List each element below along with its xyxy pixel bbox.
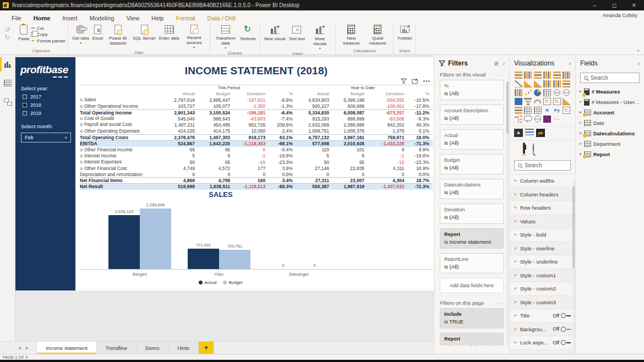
income-statement-matrix[interactable]: INCOME STATEMENT (2018) ••• This PeriodY… — [80, 61, 433, 188]
filter-card-budget[interactable]: Budgetis (All) — [440, 154, 504, 174]
bar-actual[interactable] — [188, 249, 219, 269]
chevron-down-icon[interactable]: ˅ — [579, 100, 582, 105]
filter-card-actual[interactable]: Actualis (All) — [440, 129, 504, 150]
slicer-icon[interactable] — [515, 107, 522, 114]
new-page-button[interactable]: + — [199, 342, 214, 354]
filter-card-include[interactable]: Includeis TRUE — [440, 308, 504, 328]
matrix-table[interactable]: This PeriodYear to DateActualBudgetDevia… — [80, 85, 433, 190]
page-tab-income-statement[interactable]: Income statement — [36, 342, 97, 354]
chevron-down-icon[interactable]: ˅ — [579, 89, 582, 94]
chevron-down-icon[interactable]: ˅ — [579, 152, 582, 157]
toggle-lock-aspe[interactable]: Off — [553, 340, 571, 345]
signed-in-user[interactable]: Amanda Cofsky — [602, 13, 637, 18]
field-item-department[interactable]: ˅Department — [576, 139, 644, 149]
filled-map-icon[interactable] — [563, 89, 570, 96]
filter-card-datecalculations[interactable]: Datecalculationsis (All) — [440, 179, 504, 199]
checkbox-unchecked-icon[interactable] — [23, 95, 27, 99]
clustered-bar-chart-icon[interactable] — [534, 72, 542, 79]
format-section-column-widths[interactable]: ˅Column widths — [510, 174, 575, 188]
viz-format-tab[interactable] — [523, 144, 525, 156]
stacked-area-chart-icon[interactable] — [534, 80, 542, 87]
scrollbar-thumb[interactable] — [572, 186, 575, 268]
excel-button[interactable]: Excel — [91, 24, 105, 41]
legend-item-budget[interactable]: Budget — [223, 280, 242, 285]
expand-icon[interactable]: ⊞ — [80, 117, 83, 120]
line-chart-icon[interactable] — [515, 80, 522, 87]
cut-button[interactable]: Cut — [31, 25, 66, 31]
filter-card-deviation[interactable]: Deviationis (All) — [440, 204, 504, 224]
sql-server-button[interactable]: SQL Server — [131, 24, 157, 41]
funnel-chart-icon[interactable] — [524, 98, 532, 105]
legend-item-actual[interactable]: Actual — [199, 280, 216, 285]
scatter-chart-icon[interactable] — [524, 89, 532, 96]
field-item-measures[interactable]: ˅# Measures — [576, 86, 644, 97]
bar-budget[interactable] — [140, 209, 171, 269]
card-icon[interactable] — [543, 98, 551, 105]
map-icon[interactable] — [554, 89, 560, 96]
format-section-style-custom2[interactable]: ˅Style - custom2 — [510, 282, 575, 296]
custom-visual-a-icon[interactable]: A — [514, 129, 523, 137]
get-data-button[interactable]: Get data ▾ — [70, 24, 91, 45]
prev-page-arrow-icon[interactable]: ◀ — [18, 345, 21, 350]
key-influencers-icon[interactable] — [563, 107, 570, 114]
filters-scrollbar[interactable] — [506, 81, 509, 345]
collapse-pane-icon[interactable]: › — [503, 61, 505, 67]
format-section-style-custom3[interactable]: ˅Style - custom3 — [510, 296, 575, 310]
copy-button[interactable]: Copy — [31, 32, 66, 37]
refresh-button[interactable]: Refresh — [239, 24, 258, 42]
collapse-pane-icon[interactable]: › — [569, 61, 571, 67]
format-section-general[interactable]: ˅General — [510, 350, 575, 354]
toggle-title[interactable]: Off — [553, 313, 571, 319]
expand-icon[interactable]: ⊞ — [80, 105, 83, 108]
100-stacked-bar-chart-icon[interactable] — [553, 72, 561, 79]
filter-card-report[interactable]: Reportis Income statement — [440, 228, 504, 249]
model-view-button[interactable] — [0, 92, 15, 111]
format-section-style-custom1[interactable]: ˅Style - custom1 — [510, 269, 575, 283]
bar-budget[interactable] — [219, 250, 250, 269]
kpi-icon[interactable] — [563, 98, 570, 105]
checkbox-unchecked-icon[interactable] — [23, 111, 27, 116]
format-section-values[interactable]: ˅Values — [510, 215, 575, 229]
power-apps-icon[interactable] — [543, 116, 551, 123]
format-section-backgrou[interactable]: ˅Backgrou...Off — [510, 323, 575, 337]
collapse-ribbon-icon[interactable]: ˄ — [637, 48, 640, 53]
more-visuals-icon[interactable]: ··· — [553, 116, 561, 123]
format-section-lock-aspe[interactable]: ˅Lock aspe...Off — [510, 336, 575, 350]
shape-map-icon[interactable] — [515, 98, 522, 105]
toggle-backgrou[interactable]: Off — [553, 326, 571, 332]
enter-data-button[interactable]: Enter data — [157, 24, 181, 41]
expand-icon[interactable]: ⊞ — [80, 167, 83, 171]
area-chart-icon[interactable] — [524, 80, 532, 87]
format-section-style-overline[interactable]: ˅Style - overline — [510, 242, 575, 256]
fields-search-input[interactable]: Search — [580, 73, 640, 83]
page-tab-trendline[interactable]: Trendline — [97, 342, 137, 354]
stacked-column-chart-icon[interactable] — [524, 72, 532, 79]
toggle-switch-icon[interactable] — [561, 313, 571, 318]
expand-icon[interactable]: ⊞ — [80, 148, 83, 152]
expand-icon[interactable]: ⊞ — [80, 129, 83, 133]
100-stacked-column-chart-icon[interactable] — [563, 72, 570, 79]
month-dropdown[interactable]: Feb ˅ — [21, 133, 71, 142]
quick-measure-button[interactable]: Quick measure — [364, 24, 391, 46]
waterfall-chart-icon[interactable] — [515, 89, 522, 96]
filter-card-account-description[interactable]: Account Descriptionis (All) — [440, 105, 504, 125]
data-view-button[interactable] — [0, 74, 15, 92]
scrollbar-thumb[interactable] — [506, 81, 509, 134]
format-section-column-headers[interactable]: ˅Column headers — [510, 188, 575, 202]
toggle-switch-icon[interactable] — [561, 340, 571, 345]
field-item-account[interactable]: ˅Account — [576, 107, 644, 118]
sales-bar-chart[interactable]: SALES 2,026,1242,265,696771,492729,75100… — [80, 189, 433, 287]
stacked-bar-chart-icon[interactable] — [515, 72, 522, 79]
toggle-switch-icon[interactable] — [561, 327, 571, 332]
format-section-style-underline[interactable]: ˅Style - underline — [510, 255, 575, 269]
chevron-down-icon[interactable]: ˅ — [579, 131, 582, 136]
more-options-icon[interactable]: ••• — [423, 80, 430, 83]
power-bi-datasets-button[interactable]: Power BI datasets — [105, 24, 131, 46]
field-item-date[interactable]: ˅Date — [576, 118, 644, 128]
visual-filter-icon[interactable] — [401, 78, 407, 84]
new-measure-button[interactable]: New measure — [338, 24, 364, 46]
page-tab-hints[interactable]: Hints — [168, 342, 199, 354]
table-icon[interactable] — [524, 107, 532, 114]
recent-sources-button[interactable]: Recent sources ▾ — [181, 24, 208, 50]
add-data-fields-dropzone[interactable]: Add data fields here — [440, 278, 504, 293]
